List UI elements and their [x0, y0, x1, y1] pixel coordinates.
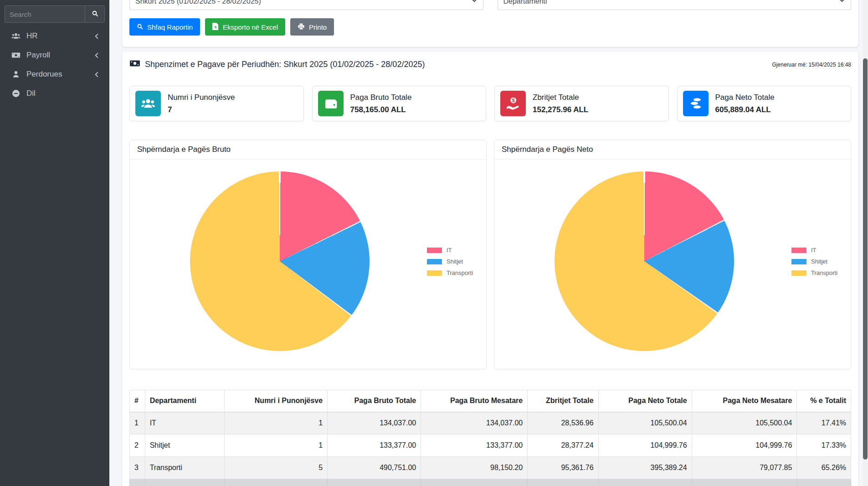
- legend-label: IT: [811, 247, 817, 253]
- legend-item[interactable]: Shitjet: [791, 258, 837, 265]
- legend-swatch: [427, 248, 442, 253]
- department-select[interactable]: Departamenti: [498, 0, 852, 10]
- table-cell: 95,361.76: [528, 457, 598, 479]
- table-row: 3Transporti5490,751.0098,150.2095,361.76…: [130, 457, 851, 479]
- chart-card: Shpërndarja e Pagës BrutoITShitjetTransp…: [129, 140, 487, 369]
- table-cell: 105,500.04: [692, 412, 797, 434]
- stat-value: 758,165.00 ALL: [350, 105, 412, 114]
- table-footer-cell: [797, 479, 851, 486]
- stat-card: Numri i Punonjësve7: [129, 86, 304, 121]
- print-label: Printo: [309, 23, 327, 31]
- table-header-cell: Paga Bruto Mesatare: [421, 390, 528, 412]
- filter-card: Shkurt 2025 (01/02/2025 - 28/02/2025) De…: [122, 0, 858, 47]
- table-cell: 1: [130, 412, 145, 434]
- table-cell: 28,536.96: [528, 412, 598, 434]
- table-cell: 105,500.04: [598, 412, 692, 434]
- sidebar: HR Payroll Perdorues Dil: [0, 0, 109, 486]
- svg-text:$: $: [512, 98, 515, 103]
- table-footer-cell: [130, 479, 145, 486]
- table-cell: Shitjet: [145, 434, 225, 457]
- users-icon: [9, 31, 23, 41]
- stat-label: Paga Neto Totale: [715, 93, 775, 102]
- sidebar-item-dil[interactable]: Dil: [4, 85, 106, 102]
- report-title-row: Shpenzimet e Pagave për Periudhën: Shkur…: [129, 58, 425, 71]
- chevron-left-icon: [93, 52, 100, 59]
- sidebar-menu: HR Payroll Perdorues Dil: [0, 27, 109, 102]
- search-input[interactable]: [5, 5, 85, 23]
- table-cell: 490,751.00: [328, 457, 421, 479]
- users-icon: [135, 91, 161, 116]
- department-select-value: Departamenti: [503, 0, 547, 5]
- page-scrollbar-thumb[interactable]: [863, 58, 868, 460]
- coins-icon: [683, 91, 709, 116]
- sidebar-item-label: Perdorues: [26, 70, 62, 79]
- period-select[interactable]: Shkurt 2025 (01/02/2025 - 28/02/2025): [129, 0, 483, 10]
- chart-body: ITShitjetTransporti: [494, 160, 851, 369]
- sidebar-item-hr[interactable]: HR: [4, 27, 106, 45]
- table-footer-cell: [225, 479, 328, 486]
- file-excel-icon: x: [212, 23, 219, 31]
- table-cell: 133,377.00: [328, 434, 421, 457]
- print-button[interactable]: Printo: [290, 18, 334, 36]
- legend-label: Transporti: [447, 269, 473, 276]
- show-report-label: Shfaq Raportin: [147, 23, 193, 31]
- stat-label: Paga Bruto Totale: [350, 93, 412, 102]
- stat-label: Numri i Punonjësve: [168, 93, 235, 102]
- table-header-cell: Paga Neto Totale: [598, 390, 692, 412]
- chart-title: Shpërndarja e Pagës Bruto: [130, 140, 486, 160]
- table-cell: 104,999.76: [692, 434, 797, 457]
- stat-value: 7: [168, 105, 235, 114]
- stat-card: Paga Bruto Totale758,165.00 ALL: [312, 86, 487, 121]
- legend-swatch: [791, 270, 806, 276]
- legend-swatch: [427, 270, 442, 276]
- legend-swatch: [427, 259, 442, 264]
- export-excel-button[interactable]: x Eksporto në Excel: [205, 18, 285, 36]
- sidebar-search: [5, 5, 105, 23]
- table-cell: 134,037.00: [328, 412, 421, 434]
- table-cell: Transporti: [145, 457, 225, 479]
- money-bill-icon: [129, 58, 140, 71]
- department-table: #DepartamentiNumri i PunonjësvePaga Brut…: [129, 390, 851, 486]
- table-header-cell: Numri i Punonjësve: [225, 390, 328, 412]
- legend-label: Shitjet: [811, 258, 827, 265]
- legend-item[interactable]: IT: [791, 247, 837, 253]
- legend-item[interactable]: IT: [427, 247, 473, 253]
- chevron-left-icon: [93, 33, 100, 40]
- table-header-cell: #: [130, 390, 145, 412]
- legend-item[interactable]: Transporti: [427, 269, 473, 276]
- table-cell: 5: [225, 457, 328, 479]
- period-select-value: Shkurt 2025 (01/02/2025 - 28/02/2025): [135, 0, 261, 5]
- table-footer-cell: [421, 479, 528, 486]
- printer-icon: [298, 23, 305, 31]
- table-header-cell: Paga Bruto Totale: [328, 390, 421, 412]
- page-scrollbar-track[interactable]: [863, 0, 868, 486]
- show-report-button[interactable]: Shfaq Raportin: [129, 18, 200, 36]
- stat-value: 605,889.04 ALL: [715, 105, 775, 114]
- legend-item[interactable]: Transporti: [791, 269, 837, 276]
- stat-label: Zbritjet Totale: [533, 93, 588, 102]
- table-cell: 2: [130, 434, 145, 457]
- table-cell: 1: [225, 434, 328, 457]
- sidebar-item-label: Dil: [26, 89, 36, 98]
- legend-label: Shitjet: [447, 258, 463, 265]
- sidebar-item-perdorues[interactable]: Perdorues: [4, 66, 106, 83]
- table-header-cell: Paga Neto Mesatare: [692, 390, 797, 412]
- wallet-icon: [318, 91, 344, 116]
- export-excel-label: Eksporto në Excel: [223, 23, 278, 31]
- money-bill-icon: [9, 51, 23, 60]
- sidebar-item-label: Payroll: [26, 51, 50, 60]
- table-header-row: #DepartamentiNumri i PunonjësvePaga Brut…: [130, 390, 851, 412]
- report-card: Shpenzimet e Pagave për Periudhën: Shkur…: [122, 52, 858, 486]
- search-button[interactable]: [85, 5, 105, 23]
- sidebar-item-payroll[interactable]: Payroll: [4, 47, 106, 64]
- legend-item[interactable]: Shitjet: [427, 258, 473, 265]
- table-footer-cell: [145, 479, 225, 486]
- minus-circle-icon: [9, 89, 23, 98]
- table-header-cell: % e Totalit: [797, 390, 851, 412]
- stat-card: $ Zbritjet Totale152,275.96 ALL: [494, 86, 669, 121]
- stat-value: 152,275.96 ALL: [533, 105, 588, 114]
- page-title: Shpenzimet e Pagave për Periudhën: Shkur…: [145, 60, 425, 69]
- svg-text:x: x: [215, 25, 217, 29]
- table-header-cell: Departamenti: [145, 390, 225, 412]
- stats-row: Numri i Punonjësve7 Paga Bruto Totale758…: [129, 86, 851, 121]
